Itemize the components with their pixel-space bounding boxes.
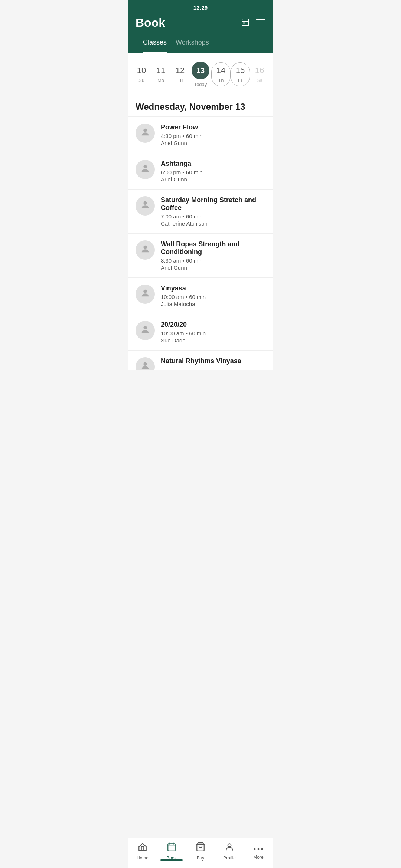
filter-icon[interactable] — [256, 17, 265, 29]
person-icon — [140, 163, 150, 176]
class-instructor: Sue Dado — [161, 337, 265, 343]
class-instructor: Ariel Gunn — [161, 140, 265, 146]
svg-point-11 — [143, 201, 147, 204]
person-icon — [140, 244, 150, 257]
tab-classes[interactable]: Classes — [143, 35, 167, 53]
class-instructor: Julia Matocha — [161, 301, 265, 307]
calendar-icon[interactable] — [241, 17, 250, 29]
status-bar: 12:29 — [128, 0, 273, 13]
avatar — [136, 240, 155, 260]
svg-point-13 — [143, 289, 147, 293]
class-name: Vinyasa — [161, 285, 265, 292]
status-time: 12:29 — [193, 4, 208, 11]
class-time: 10:00 am • 60 min — [161, 330, 265, 336]
svg-point-4 — [244, 23, 244, 23]
calendar-days: 10 Su 11 Mo 12 Tu 13 Today 14 Th 15 Fr — [132, 59, 269, 90]
header-top: Book — [136, 16, 265, 35]
person-icon — [140, 288, 150, 301]
avatar — [136, 160, 155, 179]
class-item-partial[interactable]: Natural Rhythms Vinyasa — [128, 351, 273, 370]
class-name: Wall Ropes Strength and Conditioning — [161, 240, 265, 256]
class-item[interactable]: Vinyasa 10:00 am • 60 min Julia Matocha — [128, 278, 273, 314]
class-instructor: Ariel Gunn — [161, 176, 265, 183]
svg-point-9 — [143, 128, 147, 132]
class-time: 6:00 pm • 60 min — [161, 169, 265, 175]
class-name: 20/20/20 — [161, 321, 265, 329]
avatar — [136, 285, 155, 304]
class-time: 4:30 pm • 60 min — [161, 133, 265, 139]
class-name: Saturday Morning Stretch and Coffee — [161, 196, 265, 212]
calendar-day-12[interactable]: 12 Tu — [170, 63, 190, 86]
class-item[interactable]: 20/20/20 10:00 am • 60 min Sue Dado — [128, 314, 273, 351]
page-title: Book — [136, 16, 165, 30]
avatar — [136, 321, 155, 340]
class-name: Power Flow — [161, 124, 265, 131]
svg-point-12 — [143, 245, 147, 249]
person-icon — [140, 127, 150, 140]
calendar-day-13[interactable]: 13 Today — [190, 59, 211, 90]
header: Book — [128, 13, 273, 53]
class-name: Natural Rhythms Vinyasa — [161, 357, 265, 365]
class-item[interactable]: Ashtanga 6:00 pm • 60 min Ariel Gunn — [128, 153, 273, 190]
person-icon — [140, 361, 150, 370]
svg-point-14 — [143, 326, 147, 329]
svg-rect-0 — [242, 19, 249, 26]
class-item[interactable]: Power Flow 4:30 pm • 60 min Ariel Gunn — [128, 117, 273, 153]
class-list: Power Flow 4:30 pm • 60 min Ariel Gunn A… — [128, 117, 273, 370]
class-time: 10:00 am • 60 min — [161, 294, 265, 300]
calendar-section: 10 Su 11 Mo 12 Tu 13 Today 14 Th 15 Fr — [128, 53, 273, 95]
avatar — [136, 124, 155, 143]
header-icons — [241, 17, 265, 29]
class-instructor: Catherine Atchison — [161, 220, 265, 227]
avatar — [136, 357, 155, 370]
date-heading: Wednesday, November 13 — [128, 95, 273, 117]
tabs: Classes Workshops — [136, 35, 265, 53]
class-time: 8:30 am • 60 min — [161, 257, 265, 264]
person-icon — [140, 200, 150, 213]
calendar-day-15[interactable]: 15 Fr — [231, 62, 250, 86]
class-item[interactable]: Saturday Morning Stretch and Coffee 7:00… — [128, 190, 273, 234]
class-name: Ashtanga — [161, 160, 265, 168]
svg-point-10 — [143, 165, 147, 168]
avatar — [136, 196, 155, 216]
tab-workshops[interactable]: Workshops — [176, 35, 209, 53]
calendar-day-11[interactable]: 11 Mo — [151, 63, 170, 86]
class-item[interactable]: Wall Ropes Strength and Conditioning 8:3… — [128, 234, 273, 278]
calendar-day-10[interactable]: 10 Su — [132, 63, 151, 86]
class-time: 7:00 am • 60 min — [161, 213, 265, 220]
person-icon — [140, 324, 150, 337]
calendar-day-16[interactable]: 16 Sa — [250, 63, 269, 86]
calendar-day-14[interactable]: 14 Th — [211, 62, 231, 86]
svg-point-15 — [143, 362, 147, 365]
class-instructor: Ariel Gunn — [161, 264, 265, 271]
